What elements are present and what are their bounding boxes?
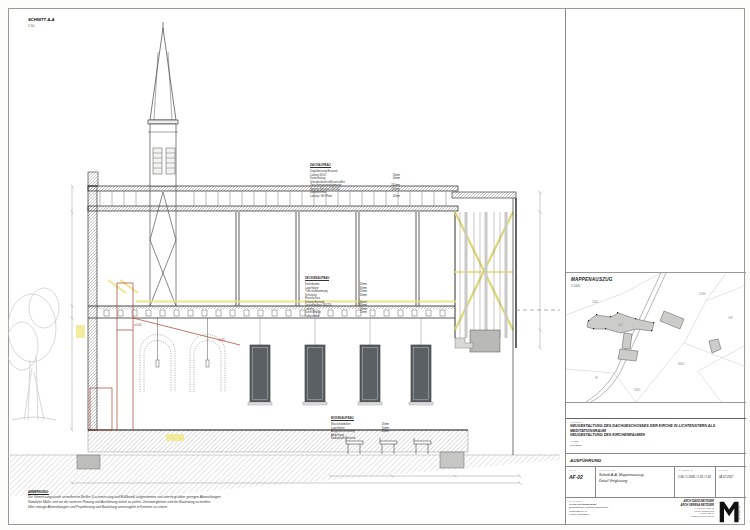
plan-fields: PLAN AF-02 PLANINHALT Schnitt A-A, Mappe… [566, 467, 746, 498]
title-block: PROJEKT NEUGESTALTUNG DES DACHGESCHOSSES… [566, 418, 746, 525]
pendant-lights [156, 318, 209, 367]
ceiling-buildup-rows: Dielenboden30mmLagerhölzer60mmTrittschal… [305, 283, 367, 318]
client-lines: HAUS LICHTENSTERNBildungshaus und Bildun… [569, 503, 647, 517]
church-spire [148, 22, 178, 186]
architect-lines: HAUPTSTRASSE 1274245 LÖWENSTEINT 07130 1… [647, 507, 714, 518]
site-map-panel: MAPPENAUSZUG 1:1000 [566, 272, 746, 403]
svg-text:108: 108 [728, 316, 733, 320]
floor-buildup-title: BODENAUFBAU [331, 416, 354, 421]
tree-sketch [8, 288, 59, 420]
list-item: E mail@metzger-arch.de [647, 515, 714, 518]
lower-windows [248, 318, 433, 405]
list-item: Über etwaige Abweichungen sind Projektie… [28, 505, 368, 510]
list-item: Kalkanstrich [305, 315, 367, 319]
logo-vertical-text: ARCHITEKTUR [738, 505, 740, 521]
svg-text:105: 105 [618, 323, 623, 327]
project-sub-2: PLS Basis [570, 444, 582, 447]
map-title: MAPPENAUSZUG [571, 277, 612, 282]
arched-windows [140, 335, 225, 393]
notes-title: ANMERKUNG: [28, 490, 368, 494]
svg-text:306/1: 306/1 [634, 388, 641, 392]
plan-number: AF-02 [569, 474, 592, 480]
list-item: Lattung / GK-Platte42mm [310, 195, 400, 199]
svg-text:105/1: 105/1 [592, 300, 599, 304]
floor-buildup-rows: Massivholzdielen30mmLagerhölzer50mmAusgl… [331, 423, 389, 441]
plan-content-2: Detail Verglasung [599, 479, 671, 484]
svg-text:860/1: 860/1 [678, 362, 685, 366]
scale-value: 1:50 / 1:1000 / 1:10 / 1:20 [678, 475, 712, 479]
glazed-extension [452, 192, 560, 455]
red-markings [90, 283, 240, 430]
map-scale: 1:1000 [571, 284, 580, 288]
date-value: 04.07.2017 [719, 475, 743, 479]
section-drawing: SCHNITT A-A 1:50 [8, 8, 563, 525]
plan-content-cell: PLANINHALT Schnitt A-A, Mappenauszug Det… [596, 467, 675, 497]
level-marker-2: -0.45 [218, 338, 225, 342]
roof-truss-band [88, 186, 458, 211]
project-line-2: NEUGESTALTUNG DES KIRCHENRAUMES [570, 433, 742, 438]
scale-cell: MASSSTAB 1:50 / 1:1000 / 1:10 / 1:20 [675, 467, 716, 497]
list-item: 74245 Löwenstein [569, 513, 647, 516]
svg-text:103/4: 103/4 [699, 292, 706, 296]
left-parapet [88, 172, 98, 186]
parties-section: BAUHERR HAUS LICHTENSTERNBildungshaus un… [566, 498, 746, 525]
list-item: Bodenplatte Bestand [331, 437, 389, 441]
project-section: PROJEKT NEUGESTALTUNG DES DACHGESCHOSSES… [566, 419, 746, 454]
parcel-lines [566, 273, 746, 402]
architect-block: ARCH DAVID METZGER ARCH VERENA METZGER H… [647, 500, 717, 523]
svg-text:99: 99 [595, 376, 598, 380]
yellow-highlights [76, 212, 513, 441]
section-label: SCHNITT A-A [28, 17, 55, 22]
project-line-1: NEUGESTALTUNG DES DACHGESCHOSSES DER KIR… [570, 424, 742, 433]
notes-lines: Die Vermessung wurde an mehreren Stellen… [28, 495, 368, 510]
plan-number-cell: PLAN AF-02 [566, 467, 596, 497]
title-column: MAPPENAUSZUG 1:1000 [565, 8, 746, 525]
tower-cross-bracing [150, 186, 176, 306]
architect-logo: ARCHITEKTUR [717, 500, 743, 523]
section-scale: 1:50 [28, 24, 34, 28]
mid-floor-band [88, 306, 455, 318]
plan-sheet: SCHNITT A-A 1:50 [0, 0, 750, 530]
ceiling-buildup-list: DECKENAUFBAU Dielenboden30mmLagerhölzer6… [305, 265, 367, 318]
logo-m-icon: ARCHITEKTUR [718, 500, 742, 524]
phase-label: AUSFÜHRUNG [566, 454, 746, 467]
floor-buildup-list: BODENAUFBAU Massivholzdielen30mmLagerhöl… [331, 405, 389, 441]
site-map: 105/1 105 103/4 99 306/1 860/1 108 [566, 273, 746, 402]
notes-block: ANMERKUNG: Die Vermessung wurde an mehre… [28, 490, 368, 510]
roof-buildup-rows: Ziegeldeckung BestandLattung 30/5030mmKo… [310, 170, 400, 198]
level-marker-1: ±0.00 [134, 323, 142, 327]
roof-buildup-title: DACHAUFBAU [310, 163, 331, 168]
date-cell: DATUM 04.07.2017 [716, 467, 746, 497]
plan-content-1: Schnitt A-A, Mappenauszug [599, 473, 671, 478]
buildings [587, 311, 721, 361]
ceiling-buildup-title: DECKENAUFBAU [305, 276, 329, 281]
client-block: BAUHERR HAUS LICHTENSTERNBildungshaus un… [569, 500, 647, 523]
roof-buildup-list: DACHAUFBAU Ziegeldeckung BestandLattung … [310, 152, 400, 198]
